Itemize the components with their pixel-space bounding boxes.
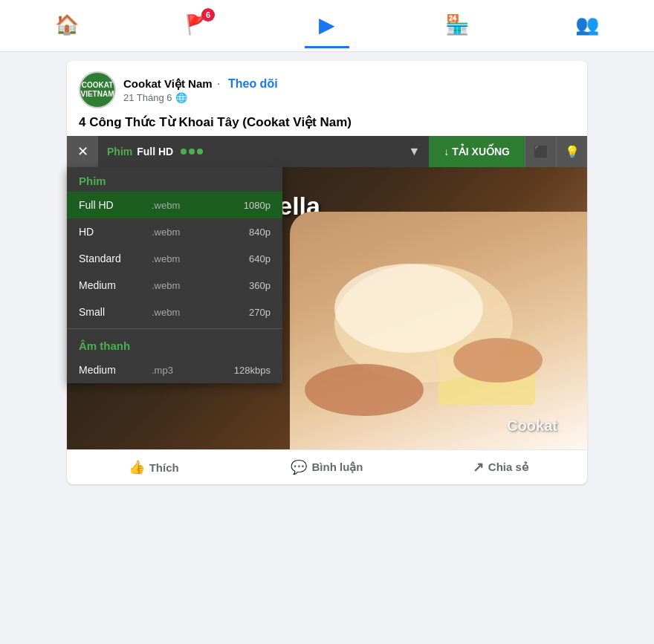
chevron-down-icon: ▼ bbox=[408, 145, 420, 158]
share-button[interactable]: ↗ Chia sẻ bbox=[414, 453, 587, 481]
store-icon: 🏪 bbox=[445, 13, 469, 36]
nav-video[interactable]: ▶ bbox=[305, 4, 349, 48]
share-label: Chia sẻ bbox=[488, 461, 528, 474]
top-navigation: 🏠 🚩 6 ▶ 🏪 👥 bbox=[0, 0, 654, 52]
format-fullhd[interactable]: Full HD .webm 1080p bbox=[67, 192, 282, 218]
comment-icon: 💬 bbox=[291, 459, 307, 475]
post-card: COOKATVIETNAM Cookat Việt Nam · Theo dõi… bbox=[67, 61, 587, 484]
like-label: Thích bbox=[149, 461, 179, 474]
format-name-hd: HD bbox=[79, 226, 146, 238]
groups-icon: 👥 bbox=[575, 13, 599, 36]
bulb-icon-button[interactable]: 💡 bbox=[556, 136, 587, 167]
nav-notifications[interactable]: 🚩 6 bbox=[175, 4, 219, 48]
format-ext-fullhd: .webm bbox=[152, 200, 196, 211]
hand-illustration bbox=[290, 212, 587, 449]
format-res-medium: 360p bbox=[249, 280, 271, 291]
format-standard[interactable]: Standard .webm 640p bbox=[67, 245, 282, 272]
post-meta: Cookat Việt Nam · Theo dõi 21 Tháng 6 🌐 bbox=[123, 77, 278, 103]
like-button[interactable]: 👍 Thích bbox=[67, 453, 240, 481]
video-section-title: Phim bbox=[67, 167, 282, 192]
audio-ext-medium: .mp3 bbox=[152, 365, 196, 376]
audio-section-title: Âm thanh bbox=[67, 332, 282, 357]
dot-green bbox=[181, 149, 187, 155]
dot-green-2 bbox=[189, 149, 195, 155]
post-time: 21 Tháng 6 🌐 bbox=[123, 92, 278, 103]
format-ext-hd: .webm bbox=[152, 227, 196, 238]
download-toolbar: ✕ Phim Full HD ▼ ↓ TẢI XUỐNG ⬛ 💡 Phim bbox=[67, 136, 587, 167]
svg-point-4 bbox=[453, 338, 543, 383]
notification-badge: 6 bbox=[201, 8, 215, 22]
post-actions: 👍 Thích 💬 Bình luận ↗ Chia sẻ bbox=[67, 449, 587, 484]
post-header: COOKATVIETNAM Cookat Việt Nam · Theo dõi… bbox=[67, 61, 587, 114]
audio-res-medium: 128kbps bbox=[234, 365, 271, 376]
screen-icon-button[interactable]: ⬛ bbox=[525, 136, 556, 167]
post-date: 21 Tháng 6 bbox=[123, 92, 172, 103]
format-name-medium: Medium bbox=[79, 279, 146, 291]
nav-home[interactable]: 🏠 bbox=[45, 4, 89, 48]
format-medium-video[interactable]: Medium .webm 360p bbox=[67, 272, 282, 299]
svg-point-3 bbox=[334, 264, 483, 353]
format-dropdown: Phim Full HD .webm 1080p HD .webm 840p S… bbox=[67, 167, 282, 383]
video-hands bbox=[290, 212, 587, 449]
share-icon: ↗ bbox=[473, 459, 484, 475]
format-type-label: Phim bbox=[107, 146, 132, 157]
format-quality-label: Full HD bbox=[137, 146, 173, 157]
format-ext-small: .webm bbox=[152, 307, 196, 318]
format-name-fullhd: Full HD bbox=[79, 199, 146, 211]
nav-store[interactable]: 🏪 bbox=[435, 4, 479, 48]
main-content: COOKATVIETNAM Cookat Việt Nam · Theo dõi… bbox=[0, 52, 654, 644]
screen-icon: ⬛ bbox=[534, 145, 548, 159]
post-author-line: Cookat Việt Nam · Theo dõi bbox=[123, 77, 278, 91]
watermark: Cookat bbox=[507, 417, 557, 435]
format-medium-audio[interactable]: Medium .mp3 128kbps bbox=[67, 357, 282, 383]
globe-icon: 🌐 bbox=[175, 92, 187, 103]
like-icon: 👍 bbox=[129, 459, 145, 475]
follow-button[interactable]: Theo dõi bbox=[228, 77, 278, 90]
download-button[interactable]: ↓ TẢI XUỐNG bbox=[429, 136, 525, 167]
home-icon: 🏠 bbox=[55, 13, 79, 36]
video-icon: ▶ bbox=[319, 13, 335, 37]
format-selector[interactable]: Phim Full HD ▼ bbox=[98, 145, 429, 158]
quality-dots bbox=[181, 149, 203, 155]
format-name-standard: Standard bbox=[79, 253, 146, 264]
format-ext-standard: .webm bbox=[152, 253, 196, 264]
nav-groups[interactable]: 👥 bbox=[565, 4, 609, 48]
audio-name-medium: Medium bbox=[79, 364, 146, 376]
dot-green-3 bbox=[197, 149, 203, 155]
separator: · bbox=[217, 77, 220, 90]
avatar: COOKATVIETNAM bbox=[79, 71, 116, 108]
format-hd[interactable]: HD .webm 840p bbox=[67, 218, 282, 245]
format-res-hd: 840p bbox=[249, 227, 271, 238]
format-res-small: 270p bbox=[249, 307, 271, 318]
comment-button[interactable]: 💬 Bình luận bbox=[240, 453, 413, 481]
comment-label: Bình luận bbox=[311, 461, 363, 474]
bulb-icon: 💡 bbox=[565, 145, 580, 159]
svg-point-5 bbox=[305, 364, 424, 416]
author-name: Cookat Việt Nam bbox=[123, 77, 213, 90]
format-name-small: Small bbox=[79, 306, 146, 318]
format-res-standard: 640p bbox=[249, 253, 271, 264]
section-divider bbox=[67, 328, 282, 329]
format-ext-medium: .webm bbox=[152, 280, 196, 291]
close-button[interactable]: ✕ bbox=[67, 136, 98, 167]
format-res-fullhd: 1080p bbox=[244, 200, 271, 211]
post-title: 4 Công Thức Từ Khoai Tây (Cookat Việt Na… bbox=[67, 114, 587, 136]
format-small[interactable]: Small .webm 270p bbox=[67, 299, 282, 325]
